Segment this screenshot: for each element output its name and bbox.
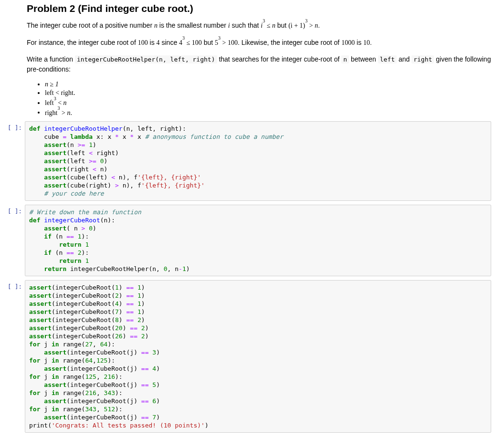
cond-1: n ≥ 1 — [45, 81, 491, 88]
problem-heading: Problem 2 (Find integer cube root.) — [27, 3, 491, 14]
preconditions-list: n ≥ 1 left < right. left3 < n right3 > n… — [27, 81, 491, 116]
code-input[interactable]: def integerCubeRootHelper(n, left, right… — [25, 121, 491, 201]
cell-prompt: [ ]: — [0, 121, 25, 201]
code-input[interactable]: # Write down the main function def integ… — [25, 205, 491, 276]
cond-2: left < right. — [45, 89, 491, 97]
cell-prompt: [ ]: — [0, 280, 25, 433]
para-2: For instance, the integer cube root of 1… — [27, 37, 491, 48]
markdown-cell: Problem 2 (Find integer cube root.) The … — [0, 3, 495, 116]
code-content[interactable]: assert(integerCubeRoot(1) == 1) assert(i… — [29, 283, 487, 429]
code-cell-2: [ ]: # Write down the main function def … — [0, 205, 495, 276]
cell-prompt: [ ]: — [0, 205, 25, 276]
para-3: Write a function integerCubeRootHelper(n… — [27, 54, 491, 74]
code-cell-1: [ ]: def integerCubeRootHelper(n, left, … — [0, 121, 495, 201]
cond-4: right3 > n. — [45, 108, 491, 117]
code-cell-3: [ ]: assert(integerCubeRoot(1) == 1) ass… — [0, 280, 495, 433]
para-1: The integer cube root of a positive numb… — [27, 20, 491, 31]
code-input[interactable]: assert(integerCubeRoot(1) == 1) assert(i… — [25, 280, 491, 433]
fn-signature: integerCubeRootHelper(n, left, right) — [75, 55, 217, 63]
cond-3: left3 < n — [45, 98, 491, 107]
code-content[interactable]: # Write down the main function def integ… — [29, 208, 487, 273]
code-content[interactable]: def integerCubeRootHelper(n, left, right… — [29, 125, 487, 198]
